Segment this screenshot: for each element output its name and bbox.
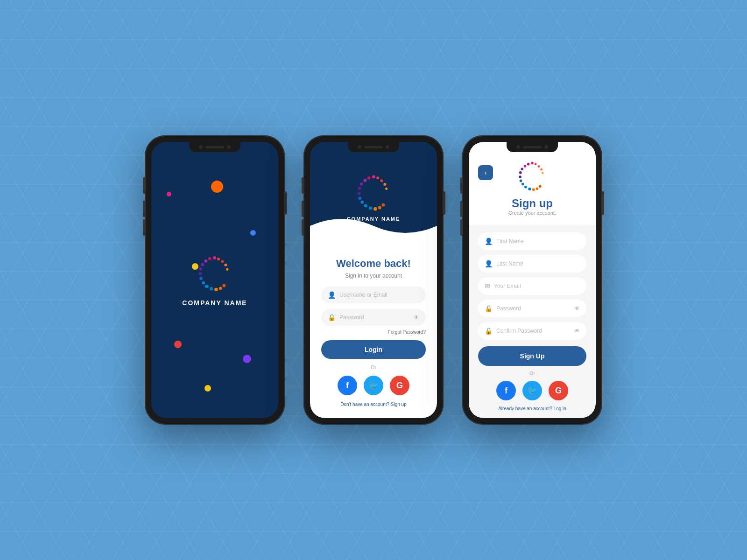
notch-1	[189, 142, 240, 152]
svg-point-31	[376, 176, 379, 179]
confirm-password-field[interactable]: 🔒 Confirm Password 👁	[478, 322, 586, 340]
svg-point-18	[372, 175, 375, 178]
svg-point-7	[202, 281, 205, 284]
svg-point-0	[213, 256, 217, 259]
email-placeholder: Your Email	[494, 283, 580, 289]
already-account-text: Already have an account?	[498, 406, 552, 411]
svg-point-13	[218, 258, 220, 260]
company-name-splash: COMPANY NAME	[182, 299, 247, 307]
signup-link-text: Don't have an account? Sign up	[321, 402, 426, 407]
signup-password-placeholder: Password	[496, 305, 571, 312]
twitter-button-2[interactable]: 🐦	[522, 381, 542, 400]
signup-password-field[interactable]: 🔒 Password 👁	[478, 300, 586, 317]
svg-point-21	[359, 182, 363, 185]
signup-link[interactable]: Sign up	[391, 402, 407, 407]
confirm-password-placeholder: Confirm Password	[496, 328, 571, 334]
svg-point-47	[536, 187, 539, 190]
user-icon-1: 👤	[485, 238, 493, 245]
dot-orange	[211, 181, 223, 193]
phone-2-inner: COMPANY NAME Welcome back! Sign in to yo…	[310, 142, 437, 418]
welcome-sub: Sign in to your account	[321, 273, 426, 279]
login-button[interactable]: Login	[321, 340, 426, 359]
notch-2	[348, 142, 399, 152]
svg-point-39	[521, 168, 524, 170]
phone-1: COMPANY NAME	[145, 135, 285, 425]
notch-dot-5	[516, 145, 520, 149]
svg-point-45	[528, 188, 531, 190]
lock-icon: 🔒	[328, 314, 336, 321]
or-text: Or	[321, 364, 426, 370]
notch-dot-4	[386, 145, 389, 149]
notch-bar-2	[364, 146, 383, 148]
svg-point-5	[199, 272, 202, 275]
login-top: COMPANY NAME	[310, 142, 437, 239]
signup-top: ‹	[469, 142, 596, 225]
notch-bar	[205, 146, 224, 148]
last-name-field[interactable]: 👤 Last Name	[478, 255, 586, 273]
eye-icon-2[interactable]: 👁	[574, 305, 580, 312]
login-bottom: Welcome back! Sign in to your account 👤 …	[310, 239, 437, 418]
svg-point-2	[204, 259, 208, 262]
svg-point-27	[368, 206, 372, 210]
svg-point-22	[358, 187, 361, 190]
svg-point-37	[527, 163, 530, 166]
or-text-2: Or	[478, 371, 586, 376]
svg-point-33	[383, 182, 386, 185]
notch-3	[507, 142, 558, 152]
dot-blue	[250, 230, 256, 236]
svg-point-24	[358, 196, 361, 200]
google-button-2[interactable]: G	[549, 381, 568, 400]
svg-point-52	[542, 172, 543, 174]
eye-icon[interactable]: 👁	[414, 314, 419, 321]
forgot-password[interactable]: Forgot Password?	[321, 329, 426, 335]
splash-logo: COMPANY NAME	[182, 254, 247, 307]
svg-point-34	[385, 187, 388, 189]
email-field[interactable]: ✉ Your Email	[478, 277, 586, 295]
svg-point-48	[539, 185, 542, 188]
username-placeholder: Username or Email	[339, 292, 419, 298]
svg-point-14	[221, 260, 224, 263]
notch-bar-3	[523, 146, 542, 148]
user-icon-2: 👤	[485, 260, 493, 267]
signup-c-logo	[516, 161, 549, 193]
svg-point-29	[378, 206, 381, 209]
facebook-button-2[interactable]: f	[496, 381, 516, 400]
username-field[interactable]: 👤 Username or Email	[321, 287, 426, 303]
signup-screen: ‹	[469, 142, 596, 418]
svg-point-6	[200, 277, 203, 280]
svg-point-16	[226, 268, 229, 270]
login-link[interactable]: Log in	[554, 406, 566, 411]
phone-2: COMPANY NAME Welcome back! Sign in to yo…	[303, 135, 444, 425]
first-name-field[interactable]: 👤 First Name	[478, 232, 586, 250]
svg-point-46	[532, 188, 535, 191]
signup-sub: Create your account.	[508, 210, 556, 216]
dot-yellow2	[204, 385, 211, 392]
svg-point-49	[535, 163, 537, 165]
google-button[interactable]: G	[390, 376, 409, 395]
lock-icon-2: 🔒	[485, 305, 493, 312]
svg-point-51	[540, 168, 543, 170]
svg-point-15	[225, 263, 227, 266]
back-button[interactable]: ‹	[478, 165, 493, 180]
password-field[interactable]: 🔒 Password 👁	[321, 309, 426, 326]
notch-dot-2	[227, 145, 231, 149]
dot-red	[174, 341, 182, 348]
svg-point-50	[538, 165, 540, 168]
svg-point-38	[524, 165, 527, 168]
facebook-button[interactable]: f	[338, 376, 357, 395]
twitter-button[interactable]: 🐦	[364, 376, 383, 395]
social-icons: f 🐦 G	[321, 376, 426, 395]
first-name-placeholder: First Name	[496, 238, 580, 245]
svg-point-35	[364, 204, 366, 207]
svg-point-43	[521, 183, 524, 186]
splash-screen: COMPANY NAME	[151, 142, 278, 418]
phone-3: ‹	[462, 135, 602, 425]
user-icon: 👤	[328, 291, 336, 299]
svg-point-3	[201, 263, 204, 266]
svg-point-32	[380, 179, 383, 182]
eye-icon-3[interactable]: 👁	[574, 328, 580, 334]
svg-point-25	[360, 200, 364, 203]
lock-icon-3: 🔒	[485, 327, 493, 335]
wave-svg	[310, 212, 437, 240]
signup-button[interactable]: Sign Up	[478, 346, 586, 366]
